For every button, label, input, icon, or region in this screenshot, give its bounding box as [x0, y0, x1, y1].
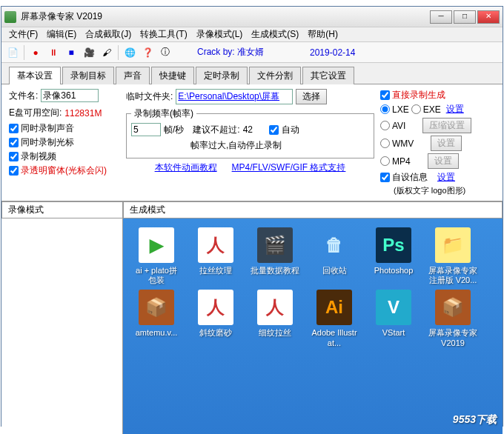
- cb-sound-label: 同时录制声音: [21, 122, 74, 135]
- close-button[interactable]: ✕: [477, 10, 500, 24]
- wmv-settings-button: 设置: [431, 136, 462, 151]
- tab-target[interactable]: 录制目标: [62, 67, 114, 84]
- formats-link[interactable]: MP4/FLV/SWF/GIF 格式支持: [232, 161, 346, 174]
- menubar: 文件(F) 编辑(E) 合成截取(J) 转换工具(T) 录像模式(L) 生成模式…: [1, 27, 503, 42]
- desktop-preview: ▶ai + plato拼包装人拉丝纹理🎬批量数据教程🗑回收站PsPhotosho…: [123, 218, 503, 434]
- cb-auto[interactable]: [269, 125, 279, 135]
- window-title: 屏幕录像专家 V2019: [21, 10, 430, 23]
- avi-label: AVI: [392, 121, 405, 131]
- wmv-label: WMV: [392, 138, 414, 149]
- lxe-settings-link[interactable]: 设置: [446, 103, 464, 116]
- tempdir-value[interactable]: E:\Personal\Desktop\屏幕: [176, 89, 293, 104]
- tool-pause-icon[interactable]: ⏸: [45, 44, 62, 61]
- desktop-icon[interactable]: 🗑回收站: [310, 227, 359, 285]
- auto-label: 自动: [282, 124, 299, 136]
- crack-label: Crack by: 准女婿: [197, 46, 264, 59]
- maximize-button[interactable]: □: [454, 10, 476, 24]
- tool-stop-icon[interactable]: ■: [63, 44, 79, 61]
- mp4-settings-button: 设置: [428, 153, 459, 169]
- menu-recmode[interactable]: 录像模式(L): [192, 27, 248, 42]
- cb-sound[interactable]: [9, 124, 19, 133]
- menu-genmode[interactable]: 生成模式(S): [247, 27, 303, 42]
- cb-transp[interactable]: [9, 166, 19, 176]
- disk-label: E盘可用空间:: [9, 107, 62, 119]
- fps-unit: 帧/秒: [164, 124, 184, 136]
- select-button[interactable]: 选择: [296, 89, 327, 104]
- cb-transp-label: 录透明窗体(光标会闪): [21, 164, 107, 177]
- side-panel: [1, 218, 123, 434]
- custom-settings-link[interactable]: 设置: [437, 171, 455, 184]
- menu-convert[interactable]: 转换工具(T): [136, 27, 191, 42]
- fps-legend: 录制频率(帧率): [131, 107, 196, 120]
- mode-tabs: 录像模式 生成模式: [1, 201, 503, 218]
- radio-exe[interactable]: [411, 104, 421, 114]
- mp4-label: MP4: [392, 156, 411, 167]
- tempdir-label: 临时文件夹:: [126, 90, 173, 103]
- settings-tabs: 基本设置 录制目标 声音 快捷键 定时录制 文件分割 其它设置: [1, 63, 503, 84]
- filename-input[interactable]: [41, 89, 99, 102]
- tool-new-icon[interactable]: 📄: [4, 44, 21, 61]
- tool-record-icon[interactable]: ●: [27, 44, 44, 61]
- cb-direct[interactable]: [380, 90, 390, 100]
- desktop-icon[interactable]: 人细纹拉丝: [251, 290, 299, 347]
- desktop-icon[interactable]: 人斜纹磨砂: [191, 290, 240, 347]
- desktop-icon[interactable]: 📦屏幕录像专家V2019: [428, 290, 477, 347]
- cb-custom[interactable]: [380, 173, 390, 182]
- tool-brush-icon[interactable]: 🖌: [99, 44, 115, 61]
- menu-file[interactable]: 文件(F): [4, 27, 42, 42]
- custom-note: (版权文字 logo图形): [394, 185, 495, 196]
- exe-label: EXE: [423, 104, 441, 115]
- menu-edit[interactable]: 编辑(E): [42, 27, 81, 42]
- custom-label: 自设信息: [392, 171, 428, 184]
- radio-mp4[interactable]: [380, 156, 390, 166]
- fps-max: 42: [243, 124, 253, 135]
- cb-cursor-label: 同时录制光标: [21, 136, 74, 149]
- mode-tab-gen[interactable]: 生成模式: [123, 201, 503, 218]
- tab-other[interactable]: 其它设置: [302, 67, 354, 84]
- radio-wmv[interactable]: [380, 138, 390, 148]
- tutorial-link[interactable]: 本软件动画教程: [155, 161, 217, 174]
- tab-basic[interactable]: 基本设置: [9, 67, 61, 84]
- desktop-icon[interactable]: 🎬批量数据教程: [251, 227, 299, 285]
- desktop-icon[interactable]: PsPhotoshop: [369, 227, 418, 285]
- menu-help[interactable]: 帮助(H): [303, 27, 342, 42]
- radio-lxe[interactable]: [380, 104, 390, 114]
- desktop-icon[interactable]: VVStart: [369, 290, 418, 347]
- desktop-icon[interactable]: 📁屏幕录像专家注册版 V20...: [428, 227, 477, 285]
- fps-fieldset: 录制频率(帧率) 帧/秒 建议不超过: 42 自动 帧率过大,自动停止录制: [126, 107, 374, 158]
- settings-panel: 文件名: E盘可用空间:112831M 同时录制声音 同时录制光标 录制视频 录…: [1, 84, 503, 201]
- tool-help-icon[interactable]: ❓: [139, 44, 156, 61]
- cb-video[interactable]: [9, 152, 19, 161]
- fps-note: 帧率过大,自动停止录制: [190, 139, 282, 152]
- watermark: 9553下载: [453, 413, 497, 427]
- direct-label: 直接录制生成: [392, 89, 445, 101]
- tab-timer[interactable]: 定时录制: [196, 67, 248, 84]
- radio-avi[interactable]: [380, 121, 390, 130]
- titlebar: 屏幕录像专家 V2019 ─ □ ✕: [1, 7, 503, 27]
- lxe-label: LXE: [392, 104, 409, 115]
- fps-input[interactable]: [131, 123, 161, 136]
- menu-compose[interactable]: 合成截取(J): [81, 27, 136, 42]
- desktop-icon[interactable]: 人拉丝纹理: [191, 227, 240, 285]
- minimize-button[interactable]: ─: [430, 10, 452, 24]
- desktop-icon[interactable]: AiAdobe Illustrat...: [310, 290, 359, 347]
- app-icon: [4, 11, 16, 23]
- tool-camera-icon[interactable]: 🎥: [81, 44, 97, 61]
- tab-hotkey[interactable]: 快捷键: [151, 67, 194, 84]
- desktop-icon[interactable]: 📦amtemu.v...: [132, 290, 181, 347]
- desktop-icon[interactable]: ▶ai + plato拼包装: [132, 227, 181, 285]
- cb-video-label: 录制视频: [21, 150, 56, 163]
- date-label: 2019-02-14: [310, 47, 355, 58]
- tool-globe-icon[interactable]: 🌐: [122, 44, 138, 61]
- disk-value: 112831M: [64, 108, 102, 118]
- toolbar: 📄 ● ⏸ ■ 🎥 🖌 🌐 ❓ ⓘ Crack by: 准女婿 2019-02-…: [1, 42, 503, 63]
- fps-recommend: 建议不超过:: [193, 124, 239, 136]
- tab-split[interactable]: 文件分割: [249, 67, 301, 84]
- cb-cursor[interactable]: [9, 138, 19, 147]
- mode-tab-rec[interactable]: 录像模式: [1, 201, 123, 218]
- tab-sound[interactable]: 声音: [116, 67, 150, 84]
- tool-lang-icon[interactable]: ⓘ: [157, 44, 173, 61]
- avi-compress-button: 压缩设置: [422, 118, 471, 133]
- filename-label: 文件名:: [9, 90, 38, 102]
